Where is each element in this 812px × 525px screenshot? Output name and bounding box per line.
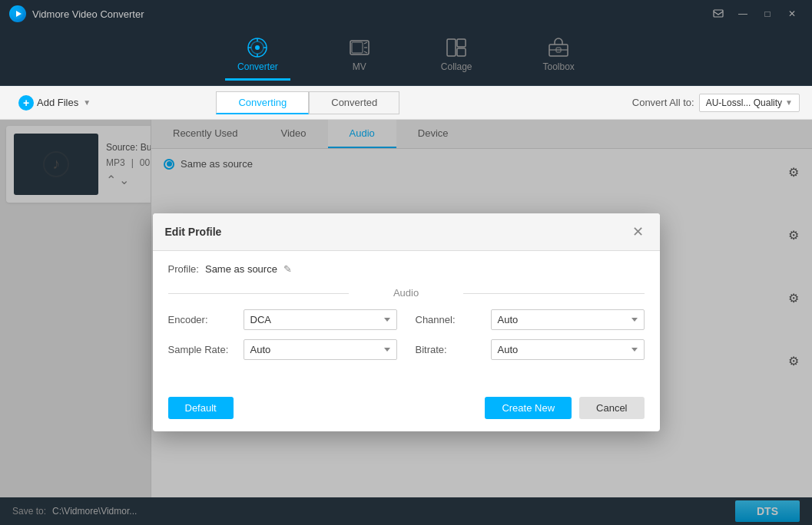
encoder-label: Encoder: (168, 314, 237, 325)
caption-button-message[interactable] (708, 5, 729, 22)
convert-all-section: Convert All to: AU-Lossl... Quality ▼ (632, 94, 800, 112)
convert-all-label: Convert All to: (632, 97, 694, 108)
channel-value: Auto (498, 314, 628, 325)
bitrate-label: Bitrate: (416, 344, 485, 355)
dialog-title: Edit Profile (165, 226, 222, 238)
tab-converted[interactable]: Converted (309, 91, 399, 114)
window-controls: — □ ✕ (708, 5, 803, 22)
create-new-button[interactable]: Create New (485, 397, 572, 419)
svg-rect-2 (714, 10, 723, 17)
sample-rate-select[interactable]: Auto (244, 339, 397, 360)
dialog-body: Profile: Same as source ✎ Audio Encoder:… (153, 251, 660, 388)
profile-row: Profile: Same as source ✎ (168, 263, 645, 275)
tab-converting[interactable]: Converting (216, 91, 309, 114)
collage-icon (446, 37, 467, 58)
cancel-button[interactable]: Cancel (579, 397, 644, 419)
nav-collage[interactable]: Collage (429, 32, 485, 81)
nav-toolbox[interactable]: Toolbox (531, 32, 587, 81)
nav-toolbox-label: Toolbox (543, 61, 575, 72)
dialog-header: Edit Profile ✕ (153, 213, 660, 251)
sample-rate-field: Sample Rate: Auto (168, 339, 397, 360)
encoder-value: DCA (250, 314, 381, 325)
tab-group: Converting Converted (216, 91, 399, 114)
converter-icon (247, 37, 268, 58)
encoder-dropdown-arrow (384, 318, 390, 322)
add-files-button[interactable]: + Add Files ▼ (12, 92, 97, 114)
main-nav: Converter MV Collage (0, 28, 812, 86)
dialog-close-button[interactable]: ✕ (629, 223, 648, 241)
svg-line-13 (364, 51, 367, 53)
encoder-field: Encoder: DCA (168, 309, 397, 330)
minimize-button[interactable]: — (732, 5, 754, 22)
bitrate-field: Bitrate: Auto (416, 339, 645, 360)
svg-line-12 (364, 42, 367, 44)
channel-label: Channel: (416, 314, 485, 325)
nav-mv-label: MV (353, 61, 366, 72)
title-bar-left: Vidmore Video Converter (9, 5, 144, 22)
quality-dropdown-button[interactable]: AU-Lossl... Quality ▼ (699, 94, 800, 112)
close-button[interactable]: ✕ (781, 5, 803, 22)
sample-rate-label: Sample Rate: (168, 344, 237, 355)
add-files-label: Add Files (37, 97, 78, 108)
nav-converter[interactable]: Converter (225, 32, 290, 81)
dialog-footer: Default Create New Cancel (153, 388, 660, 431)
svg-rect-15 (447, 39, 456, 56)
audio-section-label: Audio (168, 287, 645, 299)
toolbox-icon (548, 37, 569, 58)
edit-profile-dialog: Edit Profile ✕ Profile: Same as source ✎… (153, 213, 660, 431)
mv-icon (349, 37, 370, 58)
quality-dropdown-arrow: ▼ (785, 98, 793, 107)
nav-collage-label: Collage (441, 61, 472, 72)
sample-rate-dropdown-arrow (384, 348, 390, 352)
add-files-dropdown-icon: ▼ (83, 98, 91, 107)
maximize-button[interactable]: □ (757, 5, 778, 22)
svg-rect-11 (352, 42, 363, 53)
nav-converter-label: Converter (237, 61, 278, 72)
channel-select[interactable]: Auto (491, 309, 645, 330)
sample-rate-value: Auto (250, 344, 381, 355)
svg-rect-17 (457, 48, 466, 56)
svg-rect-16 (457, 39, 466, 47)
toolbar: + Add Files ▼ Converting Converted Conve… (0, 86, 812, 120)
encoder-select[interactable]: DCA (244, 309, 397, 330)
channel-dropdown-arrow (631, 318, 638, 322)
default-button[interactable]: Default (168, 397, 234, 419)
add-files-icon: + (18, 95, 34, 111)
audio-form-grid: Encoder: DCA Channel: Auto (168, 309, 645, 360)
profile-label: Profile: (168, 263, 199, 275)
bitrate-dropdown-arrow (631, 348, 638, 352)
app-logo (9, 5, 26, 22)
dialog-overlay: Edit Profile ✕ Profile: Same as source ✎… (0, 120, 812, 525)
profile-edit-icon[interactable]: ✎ (283, 263, 292, 275)
bitrate-value: Auto (498, 344, 628, 355)
content-area: ♪ Source: Bugoy Dril... kbps).mp3 ⓘ MP3 … (0, 120, 812, 525)
title-bar: Vidmore Video Converter — □ ✕ (0, 0, 812, 28)
bitrate-select[interactable]: Auto (491, 339, 645, 360)
quality-label: AU-Lossl... Quality (706, 97, 782, 108)
app-title: Vidmore Video Converter (32, 8, 144, 20)
nav-mv[interactable]: MV (336, 32, 383, 81)
profile-value: Same as source (205, 263, 277, 275)
channel-field: Channel: Auto (416, 309, 645, 330)
svg-point-5 (255, 45, 260, 50)
